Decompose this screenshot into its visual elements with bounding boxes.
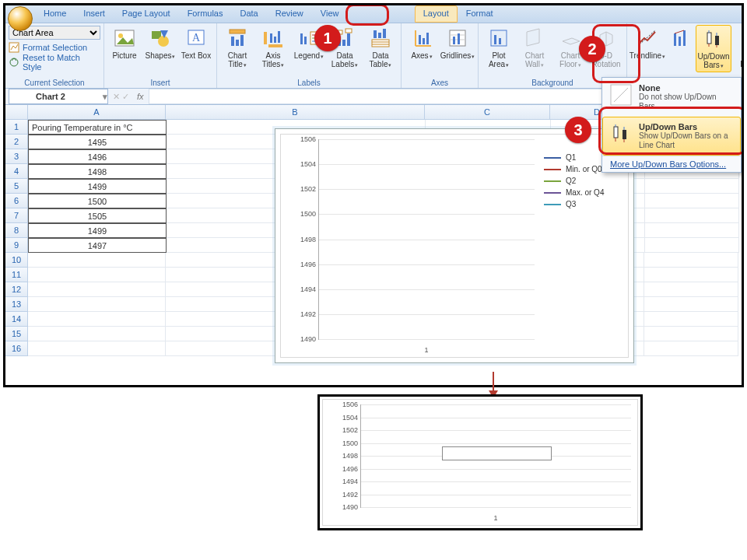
svg-rect-67	[614, 127, 618, 138]
svg-rect-42	[453, 37, 455, 44]
svg-rect-30	[383, 29, 386, 38]
chart-x-label: 1	[318, 346, 535, 354]
svg-rect-15	[274, 37, 276, 43]
ribbon-tabs: Home Insert Page Layout Formulas Data Re…	[5, 5, 742, 23]
svg-rect-28	[374, 30, 377, 38]
badge-3: 3	[565, 117, 591, 143]
svg-rect-12	[264, 32, 267, 44]
format-selection-icon	[9, 42, 19, 53]
gridlines-button[interactable]: Gridlines	[440, 25, 475, 62]
data-table-button[interactable]: Data Table	[363, 25, 398, 71]
group-label-labels: Labels	[220, 79, 398, 88]
svg-point-3	[118, 33, 123, 38]
svg-point-5	[158, 36, 169, 47]
plot-area-icon	[487, 26, 510, 50]
svg-rect-14	[270, 33, 272, 43]
textbox-icon: A	[184, 26, 208, 50]
svg-rect-16	[278, 31, 280, 43]
result-x-label: 1	[360, 514, 631, 522]
group-insert: Picture Shapes AText Box Insert	[104, 23, 217, 88]
fx-icon: fx	[132, 92, 149, 101]
svg-rect-53	[707, 33, 711, 44]
tab-layout[interactable]: Layout	[415, 5, 458, 23]
dropdown-item-none[interactable]: NoneDo not show Up/Down Bars	[602, 78, 741, 117]
svg-rect-43	[458, 33, 460, 44]
svg-rect-24	[342, 40, 345, 46]
excel-main-window: Home Insert Page Layout Formulas Data Re…	[3, 3, 744, 387]
group-current-selection: Chart Area Format Selection Reset to Mat…	[5, 23, 104, 88]
tab-formulas[interactable]: Formulas	[179, 5, 232, 23]
svg-rect-0	[9, 43, 19, 52]
chart-wall-icon	[523, 26, 546, 50]
trendline-button[interactable]: Trendline	[630, 25, 665, 62]
picture-button[interactable]: Picture	[107, 25, 142, 61]
group-axes: Axes Gridlines Axes	[402, 23, 479, 88]
tab-format[interactable]: Format	[458, 5, 502, 23]
reset-style-button[interactable]: Reset to Match Style	[9, 54, 100, 69]
svg-rect-10	[236, 40, 239, 46]
updown-option-icon	[609, 122, 633, 145]
result-chart-window: 149014921494149614981500150215041506 1	[317, 394, 643, 530]
reset-style-icon	[9, 57, 19, 68]
tab-insert[interactable]: Insert	[75, 5, 114, 23]
svg-rect-50	[679, 37, 681, 46]
plot-area-button[interactable]: Plot Area	[482, 25, 516, 71]
updown-bars-dropdown: NoneDo not show Up/Down Bars Up/Down Bar…	[601, 77, 742, 173]
dropdown-more-options[interactable]: More Up/Down Bars Options...	[602, 156, 741, 172]
tab-review[interactable]: Review	[267, 5, 312, 23]
svg-rect-51	[683, 30, 686, 46]
svg-point-1	[10, 58, 18, 66]
svg-rect-37	[423, 38, 425, 44]
svg-rect-45	[494, 35, 496, 44]
reset-style-label: Reset to Match Style	[23, 53, 100, 72]
format-selection-label: Format Selection	[23, 43, 87, 52]
svg-rect-38	[426, 33, 429, 44]
svg-rect-27	[345, 29, 352, 33]
lines-button[interactable]: Lines	[666, 25, 694, 62]
embedded-chart[interactable]: 149014921494149614981500150215041506 Q1M…	[275, 128, 634, 363]
svg-rect-29	[378, 33, 381, 38]
office-button[interactable]	[8, 6, 33, 31]
badge-2: 2	[579, 36, 605, 62]
axes-icon	[410, 26, 433, 50]
axis-titles-button[interactable]: Axis Titles	[256, 25, 290, 71]
chart-title-button[interactable]: Chart Title	[220, 25, 254, 71]
svg-rect-68	[622, 130, 626, 139]
svg-rect-8	[230, 30, 245, 33]
none-icon	[609, 83, 633, 107]
chart-title-icon	[226, 26, 249, 50]
lines-icon	[668, 26, 692, 50]
svg-rect-49	[674, 33, 676, 46]
svg-rect-46	[499, 38, 501, 44]
svg-rect-36	[419, 35, 421, 44]
dropdown-item-updown[interactable]: Up/Down BarsShow Up/Down Bars on a Line …	[602, 117, 741, 156]
textbox-button[interactable]: AText Box	[179, 25, 213, 61]
shapes-icon	[149, 26, 172, 50]
name-box[interactable]: Chart 2▾	[9, 89, 108, 104]
updown-bars-button[interactable]: Up/Down Bars	[696, 25, 731, 72]
tab-view[interactable]: View	[312, 5, 348, 23]
svg-rect-18	[304, 37, 307, 44]
error-bars-icon	[738, 26, 744, 50]
chart-plot-area: 149014921494149614981500150215041506	[318, 139, 535, 340]
axes-button[interactable]: Axes	[405, 25, 439, 62]
updown-bars-icon	[702, 27, 725, 51]
group-label-insert: Insert	[107, 79, 213, 88]
tab-home[interactable]: Home	[35, 5, 75, 23]
tab-data[interactable]: Data	[231, 5, 266, 23]
tab-page-layout[interactable]: Page Layout	[114, 5, 179, 23]
col-B[interactable]: B	[166, 105, 425, 119]
shapes-button[interactable]: Shapes	[143, 25, 177, 62]
group-label-axes: Axes	[405, 79, 475, 88]
col-A[interactable]: A	[28, 105, 166, 119]
svg-line-48	[640, 30, 655, 44]
group-label-selection: Current Selection	[9, 79, 100, 88]
error-bars-button[interactable]: Error Bars	[733, 25, 744, 71]
data-table-icon	[369, 26, 392, 50]
col-C[interactable]: C	[425, 105, 550, 119]
axis-titles-icon	[261, 26, 285, 50]
svg-rect-11	[240, 35, 244, 46]
svg-rect-25	[347, 33, 350, 46]
svg-rect-9	[231, 37, 234, 46]
badge-1: 1	[314, 25, 341, 51]
